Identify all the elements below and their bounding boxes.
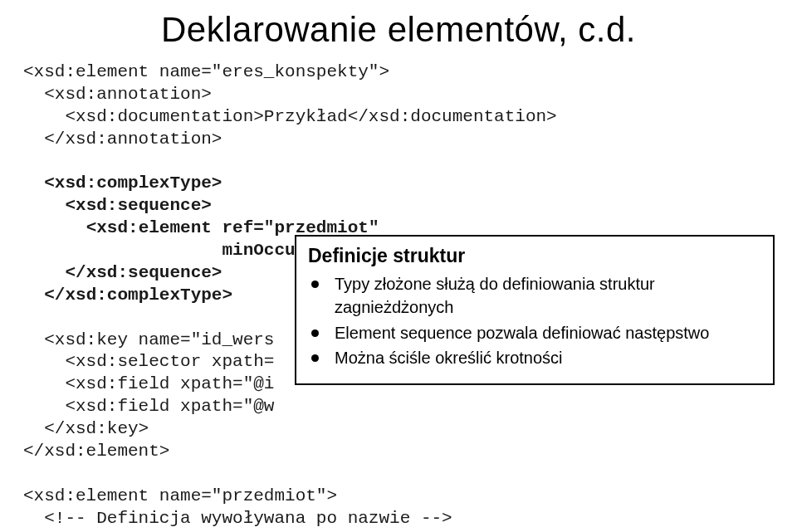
code-indent [23,173,44,193]
callout-title: Definicje struktur [308,245,761,267]
list-item: Typy złożone służą do definiowania struk… [331,272,761,320]
slide: Deklarowanie elementów, c.d. <xsd:elemen… [0,0,797,532]
code-bold: </xsd:sequence> [65,263,222,282]
list-item: Element sequence pozwala definiować nast… [331,321,761,344]
code-line: <xsd:documentation>Przykład</xsd:documen… [23,107,557,126]
code-line: </xsd:key> [23,419,149,438]
code-line: <xsd:field xpath="@w [23,397,274,416]
code-line: </xsd:element> [23,442,169,461]
list-item: Można ściśle określić krotności [331,346,761,369]
code-bold: </xsd:complexType> [44,286,232,305]
code-bold: <xsd:complexType> [44,173,222,193]
callout-box: Definicje struktur Typy złożone służą do… [295,235,775,385]
code-indent [23,218,86,237]
code-indent [23,263,65,282]
code-line: <!-- Definicja wywoływana po nazwie --> [23,509,452,528]
callout-list: Typy złożone służą do definiowania struk… [308,272,761,370]
code-indent [23,286,44,305]
page-title: Deklarowanie elementów, c.d. [23,10,774,50]
code-line: <xsd:annotation> [23,85,212,104]
code-indent [23,241,222,260]
code-line: <xsd:field xpath="@i [23,374,274,393]
code-bold: <xsd:sequence> [65,196,211,215]
code-line: </xsd:annotation> [23,129,222,149]
code-line: <xsd:key name="id_wers [23,330,274,349]
code-line: <xsd:element name="przedmiot"> [23,486,337,505]
code-line: <xsd:selector xpath= [23,352,274,371]
code-line: <xsd:element name="eres_konspekty"> [23,62,389,81]
code-indent [23,196,65,215]
